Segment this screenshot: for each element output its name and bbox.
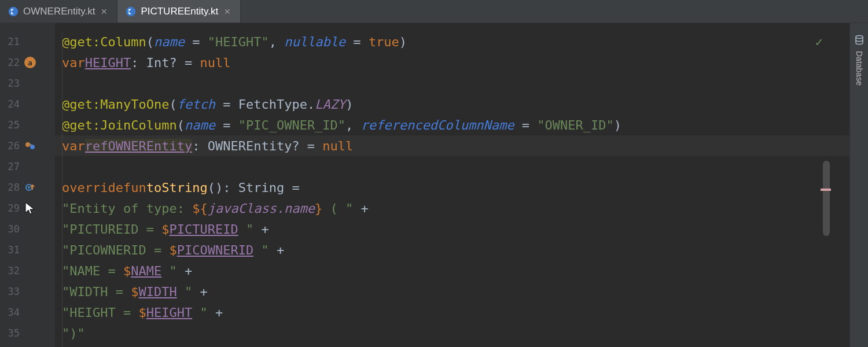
line-number: 26 [5, 140, 20, 152]
code-line[interactable]: "PICOWNERID = $PICOWNERID " + [55, 239, 849, 260]
override-icon[interactable] [24, 182, 36, 193]
tab-label: OWNEREntity.kt [23, 6, 95, 17]
line-number: 34 [5, 307, 20, 318]
error-stripe-marker[interactable] [821, 189, 831, 191]
attribute-icon[interactable]: a [24, 57, 36, 68]
code-line[interactable]: var refOWNEREntity: OWNEREntity? = null [55, 135, 849, 156]
code-line[interactable]: var HEIGHT: Int? = null [55, 52, 849, 73]
code-line[interactable]: ")" [55, 323, 849, 344]
line-number: 25 [5, 119, 20, 131]
database-tool-label[interactable]: Database [855, 51, 864, 86]
close-icon[interactable]: ✕ [100, 6, 109, 17]
code-line[interactable]: @get:ManyToOne(fetch = FetchType.LAZY) [55, 94, 849, 115]
line-number: 22 [5, 57, 20, 68]
line-number: 27 [5, 161, 20, 172]
inspection-ok-icon[interactable]: ✓ [815, 35, 823, 49]
line-number: 31 [5, 244, 20, 256]
code-line[interactable]: "HEIGHT = $HEIGHT " + [55, 302, 849, 323]
svg-point-2 [25, 142, 30, 147]
line-number: 28 [5, 182, 20, 193]
line-number: 32 [5, 265, 20, 276]
relation-icon[interactable] [24, 140, 36, 152]
tab-picture-entity[interactable]: PICTUREEntity.kt ✕ [117, 0, 241, 23]
code-line[interactable]: "PICTUREID = $PICTUREID " + [55, 219, 849, 239]
code-line[interactable]: override fun toString(): String = [55, 177, 849, 198]
tool-window-bar: Database [849, 23, 868, 347]
svg-point-5 [28, 186, 30, 189]
code-line[interactable]: @get:Column(name = "HEIGHT", nullable = … [55, 31, 849, 52]
tab-owner-entity[interactable]: OWNEREntity.kt ✕ [0, 0, 117, 23]
svg-point-1 [126, 6, 136, 16]
database-icon[interactable] [854, 35, 865, 47]
close-icon[interactable]: ✕ [223, 6, 232, 17]
line-number: 29 [5, 202, 20, 214]
line-number: 30 [5, 223, 20, 235]
line-number: 33 [5, 286, 20, 297]
code-line[interactable] [55, 73, 849, 94]
code-line[interactable]: "Entity of type: ${javaClass.name} ( " + [55, 198, 849, 219]
editor[interactable]: 21 22a 23 24 25 26 27 28 29 30 31 32 33 … [0, 23, 849, 347]
line-number: 21 [5, 36, 20, 47]
line-number: 35 [5, 327, 20, 339]
tab-label: PICTUREEntity.kt [141, 6, 218, 17]
svg-point-0 [9, 6, 19, 16]
code-line[interactable]: "NAME = $NAME " + [55, 260, 849, 281]
line-number: 24 [5, 98, 20, 110]
code-line[interactable]: "WIDTH = $WIDTH " + [55, 281, 849, 302]
gutter: 21 22a 23 24 25 26 27 28 29 30 31 32 33 … [0, 23, 55, 347]
code-area[interactable]: @get:Column(name = "HEIGHT", nullable = … [55, 23, 849, 347]
code-line[interactable]: @get:JoinColumn(name = "PIC_OWNER_ID", r… [55, 115, 849, 135]
mouse-cursor-icon [24, 201, 36, 216]
editor-tabs: OWNEREntity.kt ✕ PICTUREEntity.kt ✕ [0, 0, 868, 23]
code-line[interactable] [55, 156, 849, 177]
kotlin-file-icon [126, 6, 136, 17]
indent-guide [62, 31, 62, 347]
line-number: 23 [5, 77, 20, 89]
scrollbar-thumb[interactable] [823, 161, 830, 236]
svg-point-6 [856, 36, 863, 39]
kotlin-file-icon [8, 6, 19, 17]
